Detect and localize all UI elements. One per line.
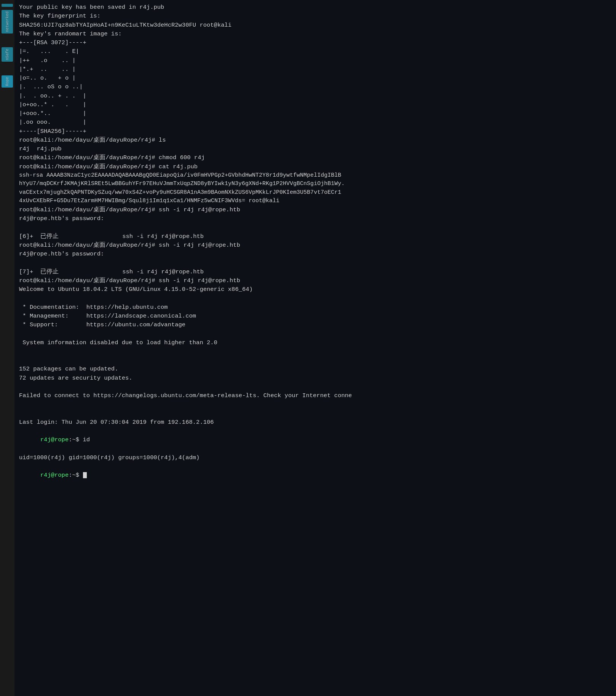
terminal-cursor xyxy=(83,472,87,478)
terminal-line-37 xyxy=(19,329,611,338)
terminal-line-43 xyxy=(19,383,611,391)
terminal-container: networked nSafe Rope Your public key has… xyxy=(0,0,616,696)
sidebar: networked nSafe Rope xyxy=(0,0,14,696)
sidebar-item-rope[interactable]: Rope xyxy=(2,75,13,88)
terminal-line-4: +---[RSA 3072]----+ xyxy=(19,38,611,47)
terminal-line-33 xyxy=(19,294,611,303)
terminal-line-19: ssh-rsa AAAAB3NzaC1yc2EAAAADAQABAAABgQD0… xyxy=(19,171,611,180)
terminal-line-1: The key fingerprint is: xyxy=(19,12,611,21)
sidebar-label-rope: Rope xyxy=(5,77,10,86)
terminal-line-35: * Management: https://landscape.canonica… xyxy=(19,312,611,321)
terminal-line-26: [6]+ 已停止 ssh -i r4j r4j@rope.htb xyxy=(19,232,611,241)
terminal-line-5: |=. ... . E| xyxy=(19,47,611,56)
terminal-line-39 xyxy=(19,347,611,356)
terminal-line-11: |o+oo..* . . | xyxy=(19,101,611,109)
sidebar-label-networked: networked xyxy=(5,11,10,32)
terminal-line-22: 4xUvCXEbRF+G5Du7EtZarmHM7HWIBmg/Squl8j1I… xyxy=(19,197,611,206)
terminal-line-24: r4j@rope.htb's password: xyxy=(19,214,611,223)
terminal-prompt-final[interactable]: r4j@rope:~$ xyxy=(19,462,611,489)
terminal-line-23: root@kali:/home/dayu/桌面/dayuRope/r4j# ss… xyxy=(19,206,611,214)
terminal-line-31: root@kali:/home/dayu/桌面/dayuRope/r4j# ss… xyxy=(19,276,611,285)
terminal-line-41: 152 packages can be updated. xyxy=(19,365,611,374)
terminal-line-45 xyxy=(19,400,611,409)
terminal-line-17: root@kali:/home/dayu/桌面/dayuRope/r4j# ch… xyxy=(19,153,611,162)
terminal-line-28: r4j@rope.htb's password: xyxy=(19,250,611,259)
terminal-line-46 xyxy=(19,409,611,418)
terminal-line-32: Welcome to Ubuntu 18.04.2 LTS (GNU/Linux… xyxy=(19,285,611,294)
prompt-suffix: :~$ xyxy=(69,436,83,443)
sidebar-top-accent xyxy=(2,4,13,7)
terminal-line-25 xyxy=(19,223,611,232)
terminal-line-27: root@kali:/home/dayu/桌面/dayuRope/r4j# ss… xyxy=(19,241,611,250)
terminal-line-42: 72 updates are security updates. xyxy=(19,374,611,383)
terminal-line-12: |+ooo.*.. | xyxy=(19,109,611,118)
terminal-line-38: System information disabled due to load … xyxy=(19,338,611,347)
terminal-line-14: +----[SHA256]-----+ xyxy=(19,127,611,136)
sidebar-item-nsafe[interactable]: nSafe xyxy=(2,47,13,62)
terminal-line-13: |.oo ooo. | xyxy=(19,118,611,127)
terminal-line-44: Failed to connect to https://changelogs.… xyxy=(19,391,611,400)
terminal-line-36: * Support: https://ubuntu.com/advantage xyxy=(19,321,611,329)
prompt-user-label-2: r4j@rope xyxy=(40,472,69,479)
terminal-id-output: uid=1000(r4j) gid=1000(r4j) groups=1000(… xyxy=(19,453,611,462)
terminal-line-6: |++ .o .. | xyxy=(19,56,611,65)
prompt-suffix-2: :~$ xyxy=(69,472,83,479)
terminal-line-34: * Documentation: https://help.ubuntu.com xyxy=(19,303,611,312)
sidebar-label-nsafe: nSafe xyxy=(5,49,10,60)
prompt-user-label: r4j@rope xyxy=(40,436,69,443)
terminal-line-47: Last login: Thu Jun 20 07:30:04 2019 fro… xyxy=(19,418,611,427)
terminal-line-15: root@kali:/home/dayu/桌面/dayuRope/r4j# ls xyxy=(19,136,611,145)
terminal-line-8: |o=.. o. + o | xyxy=(19,74,611,83)
sidebar-item-networked[interactable]: networked xyxy=(2,10,13,34)
terminal-line-40 xyxy=(19,356,611,365)
terminal-prompt-id: r4j@rope:~$ id xyxy=(19,427,611,453)
terminal-line-3: The key's randomart image is: xyxy=(19,30,611,38)
terminal-output: Your public key has been saved in r4j.pu… xyxy=(14,0,616,696)
terminal-line-30: [7]+ 已停止 ssh -i r4j r4j@rope.htb xyxy=(19,268,611,276)
terminal-line-9: |. ... oS o o ..| xyxy=(19,83,611,91)
terminal-line-7: |*.+ .. .. | xyxy=(19,65,611,74)
terminal-line-20: hYyU7/mqDCKrfJKMAjKRlSREt5LwBBGuhYFr97EH… xyxy=(19,180,611,188)
command-id: id xyxy=(83,436,90,443)
terminal-line-21: vaCExtx7mjughZkQAPNTDKySZuq/ww70xS4Z+voP… xyxy=(19,188,611,197)
terminal-line-10: |. . oo.. + . . | xyxy=(19,92,611,101)
terminal-line-16: r4j r4j.pub xyxy=(19,145,611,153)
terminal-line-18: root@kali:/home/dayu/桌面/dayuRope/r4j# ca… xyxy=(19,163,611,171)
terminal-line-29 xyxy=(19,259,611,267)
terminal-line-0: Your public key has been saved in r4j.pu… xyxy=(19,3,611,12)
terminal-line-2: SHA256:UJI7qz8abTYAIpHoAI+n9KeC1uLTKtw3d… xyxy=(19,21,611,30)
